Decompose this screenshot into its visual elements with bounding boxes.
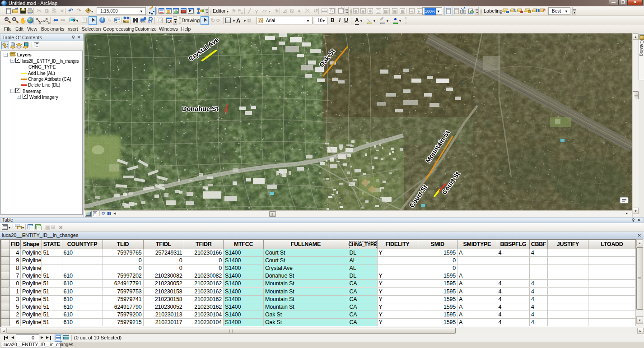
svg-text:Donahue St: Donahue St	[182, 105, 219, 112]
